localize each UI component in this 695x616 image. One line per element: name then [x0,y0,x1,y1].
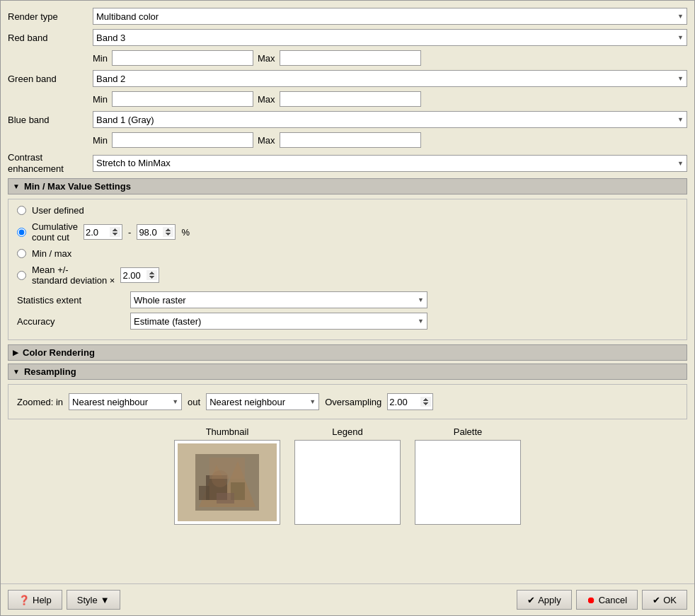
minmax-radio-label: Min / max [32,248,71,259]
blue-band-select[interactable]: Band 1 (Gray) Band 2 Band 3 [93,111,687,128]
thumbnail-title: Thumbnail [206,426,249,437]
apply-button[interactable]: ✔ Apply [517,590,572,610]
green-band-row: Green band Band 1 (Gray) Band 2 Band 3 [8,70,687,87]
blue-band-label: Blue band [8,115,93,125]
blue-band-min-input[interactable]: 406 [112,132,253,148]
style-button[interactable]: Style ▼ [67,590,120,610]
green-band-max-label: Max [258,94,275,105]
minmax-radio-row: Min / max [17,248,678,259]
resampling-row: Zoomed: in Nearest neighbour Bilinear Cu… [17,389,678,414]
render-type-row: Render type Multiband color Singleband g… [8,8,687,25]
red-band-select-wrapper: Band 1 (Gray) Band 2 Band 3 [93,29,687,46]
green-band-select-wrapper: Band 1 (Gray) Band 2 Band 3 [93,70,687,87]
resampling-section-header[interactable]: ▼ Resampling [8,364,687,380]
cumulative-max-spin[interactable] [137,224,176,240]
accuracy-row: Accuracy Estimate (faster) Actual (slowe… [17,313,678,330]
preview-section: Thumbnail Legend [8,426,687,525]
legend-box: Legend [294,426,401,525]
red-band-row: Red band Band 1 (Gray) Band 2 Band 3 [8,29,687,46]
minmax-section-arrow: ▼ [13,182,20,190]
help-icon: ❓ [18,595,30,605]
statistics-extent-select-wrapper: Whole raster Current canvas Updated canv… [130,291,427,308]
accuracy-select[interactable]: Estimate (faster) Actual (slower) [130,313,427,330]
contrast-enhancement-select-wrapper: No enhancement Stretch to MinMax Stretch… [93,155,687,172]
svg-rect-7 [209,458,245,479]
accuracy-select-wrapper: Estimate (faster) Actual (slower) [130,313,427,330]
zoomed-out-select[interactable]: Nearest neighbour Bilinear Cubic Cubic s… [206,393,319,410]
user-defined-radio[interactable] [17,206,26,215]
red-band-label: Red band [8,33,93,43]
main-panel: Render type Multiband color Singleband g… [0,0,695,616]
footer-right: ✔ Apply ⏺ Cancel ✔ OK [517,590,687,610]
user-defined-row: User defined [17,205,678,216]
cancel-button[interactable]: ⏺ Cancel [576,590,638,610]
green-band-minmax: Min 647 Max 1759 [93,91,687,107]
thumbnail-image [174,440,280,525]
ok-icon: ✔ [653,595,660,605]
legend-title: Legend [332,426,362,437]
mean-stddev-radio[interactable] [17,271,26,280]
cumulative-dash: - [128,227,131,238]
red-band-select[interactable]: Band 1 (Gray) Band 2 Band 3 [93,29,687,46]
red-band-minmax: Min 760 Max 1574 [93,50,687,66]
green-band-max-input[interactable]: 1759 [280,91,421,107]
red-band-max-input[interactable]: 1574 [280,50,421,66]
green-band-min-input[interactable]: 647 [112,91,253,107]
blue-band-select-wrapper: Band 1 (Gray) Band 2 Band 3 [93,111,687,128]
apply-label: Apply [538,595,561,605]
zoomed-out-label: out [188,397,200,407]
cancel-icon: ⏺ [587,595,596,605]
zoomed-in-select[interactable]: Nearest neighbour Bilinear Cubic Cubic s… [69,393,182,410]
statistics-extent-select[interactable]: Whole raster Current canvas Updated canv… [130,291,427,308]
cumulative-unit: % [181,227,190,238]
blue-band-max-label: Max [258,135,275,146]
minmax-radio[interactable] [17,249,26,258]
oversampling-label: Oversampling [325,397,381,407]
statistics-extent-row: Statistics extent Whole raster Current c… [17,291,678,308]
help-button[interactable]: ❓ Help [8,590,62,610]
resampling-section-arrow: ▼ [13,368,20,376]
minmax-section-content: User defined Cumulativecount cut - % Min… [8,199,687,340]
color-rendering-title: Color Rendering [23,347,95,358]
cumulative-row: Cumulativecount cut - % [17,221,678,243]
user-defined-label: User defined [32,205,84,216]
ok-label: OK [663,595,677,605]
help-label: Help [33,595,52,605]
blue-band-row: Blue band Band 1 (Gray) Band 2 Band 3 [8,111,687,128]
red-band-min-input[interactable]: 760 [112,50,253,66]
green-band-select[interactable]: Band 1 (Gray) Band 2 Band 3 [93,70,687,87]
blue-band-min-label: Min [93,135,108,146]
apply-icon: ✔ [527,595,535,605]
cumulative-radio[interactable] [17,228,26,237]
render-type-select[interactable]: Multiband color Singleband gray Singleba… [93,8,687,25]
red-band-min-label: Min [93,53,108,64]
ok-button[interactable]: ✔ OK [642,590,687,610]
mean-stddev-row: Mean +/-standard deviation × [17,265,678,286]
contrast-enhancement-select[interactable]: No enhancement Stretch to MinMax Stretch… [93,155,687,172]
legend-image [294,440,401,525]
zoomed-in-select-wrapper: Nearest neighbour Bilinear Cubic Cubic s… [69,393,182,410]
cancel-label: Cancel [599,595,627,605]
cumulative-label: Cumulativecount cut [32,221,78,243]
statistics-extent-label: Statistics extent [17,295,123,306]
color-rendering-header[interactable]: ▶ Color Rendering [8,344,687,361]
blue-band-minmax: Min 406 Max 2489 [93,132,687,148]
green-band-label: Green band [8,74,93,84]
accuracy-label: Accuracy [17,316,123,327]
contrast-enhancement-label: Contrastenhancement [8,152,93,174]
mean-stddev-spin[interactable] [120,267,159,283]
svg-rect-8 [217,493,234,504]
oversampling-input[interactable] [387,393,433,410]
thumbnail-svg [178,443,277,521]
resampling-content: Zoomed: in Nearest neighbour Bilinear Cu… [8,384,687,419]
minmax-section-header[interactable]: ▼ Min / Max Value Settings [8,178,687,194]
render-type-label: Render type [8,11,93,22]
zoomed-out-select-wrapper: Nearest neighbour Bilinear Cubic Cubic s… [206,393,319,410]
footer-left: ❓ Help Style ▼ [8,590,120,610]
color-rendering-arrow: ▶ [13,349,18,356]
style-label: Style [77,595,98,605]
contrast-enhancement-row: Contrastenhancement No enhancement Stret… [8,152,687,174]
resampling-section-title: Resampling [24,366,76,377]
blue-band-max-input[interactable]: 2489 [280,132,421,148]
cumulative-min-spin[interactable] [84,224,122,240]
